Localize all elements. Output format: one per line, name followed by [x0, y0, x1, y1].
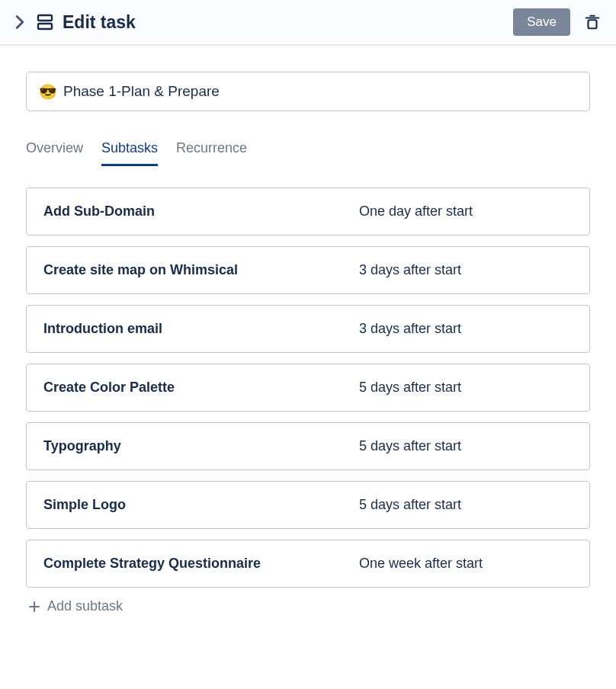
tabs: OverviewSubtasksRecurrence — [26, 140, 590, 166]
back-chevron-icon[interactable] — [11, 13, 29, 31]
task-emoji: 😎 — [39, 85, 57, 99]
subtask-name: Add Sub-Domain — [43, 203, 359, 220]
subtask-row[interactable]: Complete Strategy QuestionnaireOne week … — [26, 540, 590, 588]
save-button[interactable]: Save — [513, 8, 570, 36]
tab-overview[interactable]: Overview — [26, 140, 83, 166]
subtask-due: One week after start — [359, 556, 573, 572]
task-name-input[interactable]: 😎 Phase 1-Plan & Prepare — [26, 72, 590, 111]
subtask-row[interactable]: Create Color Palette5 days after start — [26, 364, 590, 412]
subtask-name: Simple Logo — [43, 497, 359, 513]
task-icon — [35, 12, 55, 32]
header-bar: Edit task Save — [0, 0, 616, 46]
subtask-name: Typography — [43, 438, 359, 454]
subtask-due: 5 days after start — [359, 497, 573, 513]
header-left: Edit task — [11, 12, 513, 33]
page-title: Edit task — [63, 12, 136, 33]
subtask-row[interactable]: Introduction email3 days after start — [26, 305, 590, 353]
subtask-name: Introduction email — [43, 321, 359, 337]
subtask-row[interactable]: Typography5 days after start — [26, 422, 590, 470]
subtask-name: Create site map on Whimsical — [43, 262, 359, 278]
subtask-row[interactable]: Add Sub-DomainOne day after start — [26, 187, 590, 236]
subtask-due: 3 days after start — [359, 321, 573, 337]
svg-rect-0 — [38, 15, 52, 21]
subtask-name: Create Color Palette — [43, 380, 359, 396]
svg-rect-1 — [38, 24, 52, 29]
task-name-text: Phase 1-Plan & Prepare — [63, 83, 220, 100]
subtask-due: 5 days after start — [359, 438, 573, 454]
subtask-row[interactable]: Create site map on Whimsical3 days after… — [26, 246, 590, 294]
subtask-due: 5 days after start — [359, 380, 573, 396]
subtask-name: Complete Strategy Questionnaire — [43, 556, 359, 572]
delete-button[interactable] — [581, 11, 604, 34]
svg-rect-3 — [589, 20, 597, 28]
content-area: 😎 Phase 1-Plan & Prepare OverviewSubtask… — [0, 46, 616, 614]
add-subtask-button[interactable]: Add subtask — [26, 598, 590, 614]
subtask-row[interactable]: Simple Logo5 days after start — [26, 481, 590, 529]
subtask-list: Add Sub-DomainOne day after startCreate … — [26, 187, 590, 588]
add-subtask-label: Add subtask — [47, 598, 123, 614]
tab-recurrence[interactable]: Recurrence — [176, 140, 247, 166]
subtask-due: One day after start — [359, 203, 573, 220]
plus-icon — [27, 600, 41, 614]
tab-subtasks[interactable]: Subtasks — [101, 140, 158, 166]
subtask-due: 3 days after start — [359, 262, 573, 278]
